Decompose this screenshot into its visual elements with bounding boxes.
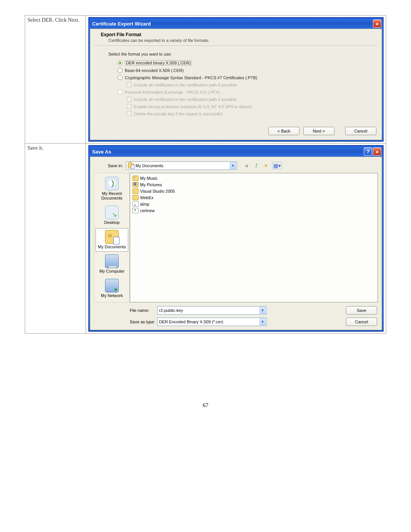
save-as-window: Save As ? × Save in: My Documents ▼ ◄ [88, 145, 384, 332]
check-pfx-delete [127, 111, 132, 116]
file-name-combo[interactable]: r2-public-key ▼ [157, 306, 267, 315]
window-title: Save As [92, 149, 364, 155]
chevron-down-icon[interactable]: ▼ [260, 307, 266, 314]
radio-base64-label[interactable]: Base-64 encoded X.509 (.CER) [125, 68, 184, 73]
radio-der-label[interactable]: DER encoded binary X.509 (.CER) [125, 60, 192, 66]
titlebar[interactable]: Certificate Export Wizard × [90, 19, 382, 29]
step-description-2: Save it. [25, 144, 86, 334]
file-name: WebEx [140, 195, 153, 200]
file-item[interactable]: Visual Studio 2005 [132, 188, 375, 194]
file-name: Visual Studio 2005 [140, 189, 175, 193]
radio-p7b[interactable] [118, 75, 123, 80]
check-pfx-delete-label: Delete the private key if the export is … [134, 112, 222, 116]
doc-table: Select DER. Click Next. Certificate Expo… [25, 15, 386, 334]
cancel-button[interactable]: Cancel [345, 127, 376, 135]
radio-p7b-label[interactable]: Cryptographic Message Syntax Standard - … [125, 75, 257, 80]
place-mydocs-label: My Documents [98, 244, 126, 249]
pictures-folder-icon [132, 182, 139, 187]
radio-pfx-label: Personal Information Exchange - PKCS #12… [125, 90, 220, 94]
folder-icon [132, 189, 139, 194]
place-recent[interactable]: My Recent Documents [96, 175, 128, 203]
shortcut-icon [132, 201, 139, 207]
my-network-icon [105, 279, 119, 292]
check-p7b-include [127, 82, 132, 87]
back-button[interactable]: < Back [268, 127, 299, 135]
save-as-type-label: Save as type: [130, 320, 157, 324]
chevron-down-icon[interactable]: ▼ [230, 162, 236, 169]
check-pfx-strong [127, 104, 132, 109]
up-folder-icon[interactable]: ⤴ [252, 162, 260, 169]
places-bar: My Recent Documents Desktop My Documents [94, 173, 130, 302]
file-item[interactable]: certnew [132, 207, 375, 214]
place-network-label: My Network [101, 293, 123, 298]
radio-base64[interactable] [118, 68, 123, 73]
music-folder-icon [132, 176, 139, 181]
place-computer-label: My Computer [99, 269, 124, 273]
check-p7b-include-label: Include all certificates in the certific… [134, 83, 237, 87]
file-name-value: r2-public-key [159, 308, 183, 313]
place-desktop[interactable]: Desktop [96, 204, 128, 227]
file-list-pane[interactable]: My Music My Pictures Visual Studio 2005 … [130, 173, 378, 302]
file-name-label: File name: [130, 308, 157, 313]
my-computer-icon [105, 254, 119, 268]
recent-docs-icon [105, 177, 119, 190]
close-icon[interactable]: × [373, 19, 381, 28]
desktop-icon [105, 206, 119, 219]
file-item[interactable]: WebEx [132, 194, 375, 201]
save-in-value: My Documents [135, 163, 163, 168]
close-icon[interactable]: × [373, 147, 381, 156]
step1-text: Select DER. Click Next. [27, 17, 80, 23]
new-folder-icon[interactable]: ✶ [262, 162, 270, 169]
file-item[interactable]: My Music [132, 175, 375, 181]
window-title: Certificate Export Wizard [92, 21, 373, 27]
save-in-label: Save in: [103, 163, 123, 168]
save-in-combo[interactable]: My Documents ▼ [126, 161, 237, 170]
my-documents-icon [105, 230, 119, 244]
step2-text: Save it. [27, 145, 43, 151]
next-button[interactable]: Next > [303, 127, 335, 135]
place-my-documents[interactable]: My Documents [96, 228, 128, 252]
place-my-network[interactable]: My Network [96, 277, 128, 300]
save-as-type-value: DER Encoded Binary X.509 (*.cer) [159, 320, 223, 324]
back-icon: ◄ [242, 162, 250, 169]
format-prompt: Select the format you want to use: [108, 52, 372, 56]
view-menu-icon[interactable]: ▦▾ [272, 162, 282, 169]
radio-pfx [118, 89, 123, 94]
wizard-header-title: Export File Format [101, 32, 373, 37]
my-documents-icon [128, 163, 134, 168]
certificate-icon [132, 208, 139, 213]
help-icon[interactable]: ? [364, 147, 372, 156]
file-item[interactable]: atmp [132, 201, 375, 207]
step-description-1: Select DER. Click Next. [25, 16, 86, 144]
radio-der[interactable] [118, 61, 123, 66]
wizard-header-sub: Certificates can be exported in a variet… [108, 38, 373, 43]
check-pfx-include [127, 97, 132, 102]
place-desktop-label: Desktop [104, 220, 119, 225]
cancel-button[interactable]: Cancel [346, 318, 377, 326]
file-item[interactable]: My Pictures [132, 181, 375, 188]
cert-export-window: Certificate Export Wizard × Export File … [88, 17, 384, 142]
place-my-computer[interactable]: My Computer [96, 252, 128, 276]
file-name: atmp [140, 202, 149, 206]
file-name: certnew [140, 208, 155, 213]
save-button[interactable]: Save [346, 306, 377, 315]
chevron-down-icon[interactable]: ▼ [260, 318, 266, 325]
check-pfx-strong-label: Enable strong protection (requires IE 5.… [134, 104, 252, 109]
check-pfx-include-label: Include all certificates in the certific… [134, 97, 237, 102]
folder-icon [132, 195, 139, 200]
place-recent-label: My Recent Documents [101, 191, 123, 200]
page-number: 67 [25, 402, 386, 409]
file-name: My Pictures [140, 182, 162, 187]
file-name: My Music [140, 176, 158, 181]
save-as-type-combo[interactable]: DER Encoded Binary X.509 (*.cer) ▼ [157, 318, 267, 326]
titlebar[interactable]: Save As ? × [90, 147, 382, 157]
